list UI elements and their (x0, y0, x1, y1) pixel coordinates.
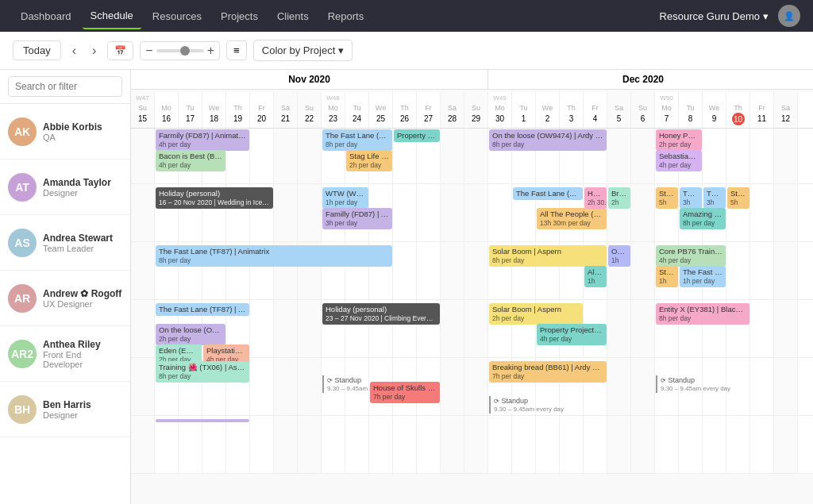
event-amanda-10[interactable]: Stag Li...5h (727, 187, 749, 209)
zoom-in-button[interactable]: + (207, 44, 214, 58)
event-anthea-2[interactable]: House of Skulls (City) (Hi...7h per day (370, 382, 440, 403)
event-amanda-7[interactable]: Stag Li...5h (656, 187, 678, 209)
day-header-10: We 25 (369, 92, 393, 128)
person-item-andrea[interactable]: AS Andrea Stewart Team Leader (0, 215, 130, 271)
event-andrew-4[interactable]: Holiday (personal)23 – 27 Nov 2020 | Cli… (322, 303, 440, 325)
avatar-abbie: AK (8, 117, 37, 146)
search-input[interactable] (8, 76, 122, 97)
nav-reports[interactable]: Reports (320, 4, 372, 29)
brand-name[interactable]: Resource Guru Demo ▾ (660, 10, 769, 22)
user-avatar[interactable]: 👤 (778, 5, 800, 27)
month-headers: Nov 2020Dec 2020 (131, 70, 813, 90)
person-item-ben[interactable]: BH Ben Harris Designer (0, 382, 130, 437)
event-amanda-3[interactable]: The Fast Lane (TF87) | Animatrix (513, 187, 583, 200)
event-amanda-11[interactable]: Amazing You (AM12) | Ar...8h per day (680, 208, 726, 229)
event-andrea-1[interactable]: Solar Boom | Aspern8h per day (489, 245, 607, 267)
person-name-andrew: Andrew ✿ Rogoff (43, 288, 121, 299)
event-ben-0[interactable] (156, 419, 249, 422)
event-andrew-7[interactable]: Entity X (EY381) | Black Keys8h per day (656, 303, 749, 325)
cal-row-andrea: The Fast Lane (TF87) | Animatrix8h per d… (131, 242, 813, 300)
person-role-amanda: Designer (43, 188, 111, 198)
event-abbie-6[interactable]: Honey Pot (102HP) | Be...2h per day (656, 129, 702, 151)
event-andrew-1[interactable]: On the loose (OW9474) | Ardy Productions… (156, 324, 225, 345)
person-item-anthea[interactable]: AR2 Anthea Riley Front End Developer (0, 326, 130, 382)
event-abbie-3[interactable]: Property Proje... (394, 129, 440, 142)
calendar-view-button[interactable]: 📅 (107, 41, 133, 60)
event-amanda-1[interactable]: WTW (WX95) | Animatrix1h per day (322, 187, 368, 209)
event-anthea-3[interactable]: Breaking bread (BB61) | Ardy Productions… (489, 361, 607, 383)
day-col-amanda-15 (488, 184, 512, 241)
event-amanda-0[interactable]: Holiday (personal)16 – 20 Nov 2020 | Wed… (156, 187, 273, 209)
day-header-24: We 9 (703, 92, 726, 128)
prev-button[interactable]: ‹ (67, 40, 81, 61)
event-amanda-6[interactable]: Breaki...2h (608, 187, 630, 209)
nav-resources[interactable]: Resources (144, 4, 210, 29)
day-col-andrew-20 (607, 300, 631, 357)
list-view-button[interactable]: ≡ (226, 40, 247, 60)
event-abbie-2[interactable]: The Fast Lane (TF87) | Ar...8h per day (322, 129, 392, 151)
nav-projects[interactable]: Projects (213, 4, 266, 29)
zoom-out-button[interactable]: − (145, 44, 152, 58)
event-andrea-5[interactable]: Stag Li...1h (656, 266, 678, 287)
person-item-amanda[interactable]: AT Amanda Taylor Designer (0, 160, 130, 215)
day-header-5: Fr 20 (250, 92, 274, 128)
day-col-abbie-6 (274, 126, 298, 183)
sidebar: AK Abbie Korbis QA AT Amanda Taylor Desi… (0, 70, 131, 504)
event-andrew-6[interactable]: Property Project (PP78) | Aardva...4h pe… (537, 324, 607, 345)
day-col-ben-9 (345, 416, 369, 473)
day-col-ben-1 (155, 416, 179, 473)
day-col-abbie-7 (298, 126, 322, 183)
avatar-andrew: AR (8, 284, 37, 313)
event-amanda-8[interactable]: The Fa...3h (680, 187, 702, 209)
day-col-ben-16 (512, 416, 536, 473)
event-standup-anthea-5[interactable]: ⟳ Standup9.30 – 9.45am every day (656, 375, 749, 393)
day-header-14: Su 29 (464, 92, 488, 128)
event-abbie-5[interactable]: On the loose (OW9474) | Ardy Productions… (489, 129, 607, 151)
event-andrea-0[interactable]: The Fast Lane (TF87) | Animatrix8h per d… (156, 245, 392, 267)
day-header-7: Su 22 (298, 92, 322, 128)
nav-schedule[interactable]: Schedule (83, 3, 141, 29)
person-name-ben: Ben Harris (43, 399, 91, 410)
next-button[interactable]: › (87, 40, 101, 61)
top-nav: Dashboard Schedule Resources Projects Cl… (0, 0, 813, 32)
event-amanda-4[interactable]: All The People (AX13) | Animatrix13h 30m… (537, 208, 607, 229)
event-amanda-9[interactable]: The Fa...3h (703, 187, 726, 209)
person-item-abbie[interactable]: AK Abbie Korbis QA (0, 104, 130, 160)
zoom-slider[interactable] (156, 49, 204, 52)
day-header-3: We 18 (202, 92, 226, 128)
person-item-andrew[interactable]: AR Andrew ✿ Rogoff UX Designer (0, 271, 130, 326)
day-col-andrea-26 (750, 242, 774, 299)
today-button[interactable]: Today (13, 40, 61, 60)
day-col-abbie-0 (131, 126, 155, 183)
day-col-amanda-26 (750, 184, 774, 241)
color-by-button[interactable]: Color by Project ▾ (253, 40, 353, 61)
nav-clients[interactable]: Clients (269, 4, 317, 29)
event-abbie-4[interactable]: Stag Life (SL13)2h per day (346, 150, 392, 171)
event-andrea-4[interactable]: Core PB76 Training4h per day (656, 245, 726, 267)
event-abbie-0[interactable]: Farmily (FD87) | Animatrix4h per day (156, 129, 249, 151)
event-andrea-2[interactable]: All The...1h (584, 266, 607, 287)
event-anthea-0[interactable]: Training 🌺 (TX06) | Aspern8h per day (156, 361, 249, 383)
avatar-andrea: AS (8, 229, 37, 257)
day-col-amanda-27 (774, 184, 798, 241)
day-header-27: Sa 12 (774, 92, 798, 128)
event-abbie-1[interactable]: Bacon is Best (BB62) | Ar...4h per day (156, 150, 225, 171)
day-col-ben-25 (726, 416, 750, 473)
event-andrew-5[interactable]: Solar Boom | Aspern2h per day (489, 303, 583, 325)
day-col-ben-10 (369, 416, 393, 473)
day-col-andrew-21 (631, 300, 655, 357)
day-header-11: Th 26 (393, 92, 417, 128)
person-role-andrew: UX Designer (43, 299, 121, 309)
event-andrew-0[interactable]: The Fast Lane (TF87) | Animatrix (156, 303, 249, 316)
day-col-abbie-5 (250, 126, 274, 183)
event-andrea-6[interactable]: The Fast Lane (TF87) | Animatrix1h per d… (680, 266, 726, 287)
event-amanda-5[interactable]: Honey...2h 30... (584, 187, 607, 209)
calendar-area[interactable]: Nov 2020Dec 2020 W47 Su 15 Mo 16 Tu 17 W… (131, 70, 813, 504)
day-col-andrea-0 (131, 242, 155, 299)
event-standup-anthea-4[interactable]: ⟳ Standup9.30 – 9.45am every day (489, 396, 607, 414)
event-abbie-7[interactable]: Sebastian's pro...4h per day (656, 150, 702, 171)
day-header-26: Fr 11 (750, 92, 774, 128)
nav-dashboard[interactable]: Dashboard (13, 4, 79, 29)
event-amanda-2[interactable]: Familly (FD87) | Animatrix3h per day (322, 208, 392, 229)
event-andrea-3[interactable]: On the...1h (608, 245, 630, 267)
